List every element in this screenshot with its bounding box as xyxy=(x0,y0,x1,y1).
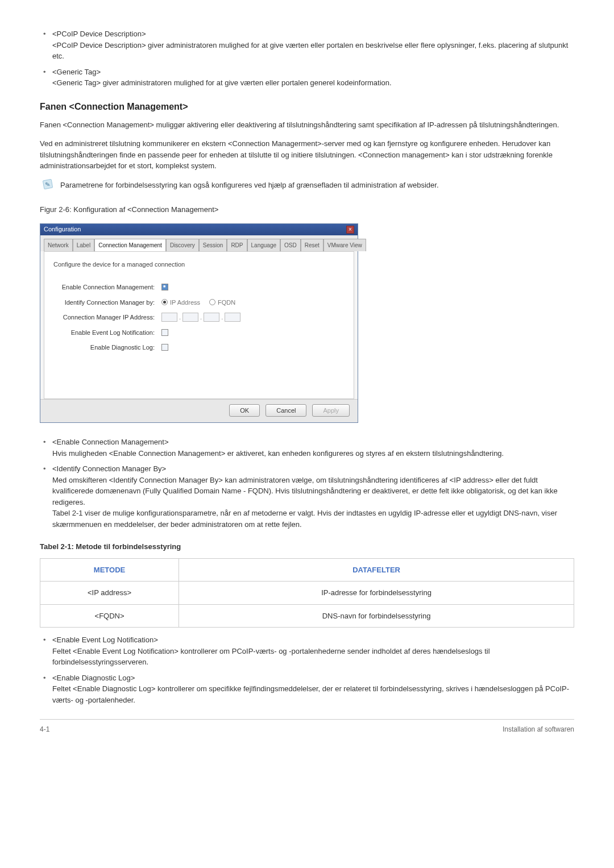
note-text: Parametrene for forbindelsesstyring kan … xyxy=(60,180,574,191)
table-cell: <FQDN> xyxy=(40,604,179,628)
list-item: <Generic Tag> <Generic Tag> giver admini… xyxy=(40,67,574,89)
tab-rdp[interactable]: RDP xyxy=(227,239,247,251)
cancel-button[interactable]: Cancel xyxy=(265,404,306,417)
item-title: <Enable Event Log Notification> xyxy=(52,634,574,646)
tab-label[interactable]: Label xyxy=(73,239,94,251)
config-window: Configuration × Network Label Connection… xyxy=(40,223,358,423)
window-titlebar: Configuration × xyxy=(40,224,358,235)
panel-description: Configure the device for a managed conne… xyxy=(53,260,345,269)
tab-discovery[interactable]: Discovery xyxy=(166,239,199,251)
pencil-icon: ✎ xyxy=(43,178,53,189)
item-title: <Enable Diagnostic Log> xyxy=(52,672,574,684)
ip-octet-input[interactable] xyxy=(182,313,198,322)
tab-language[interactable]: Language xyxy=(247,239,281,251)
config-panel: Configure the device for a managed conne… xyxy=(44,251,354,399)
list-item: <Enable Diagnostic Log> Feltet <Enable D… xyxy=(40,672,574,706)
table-header: METODE xyxy=(40,558,179,582)
tab-connection-management[interactable]: Connection Management xyxy=(94,239,166,251)
apply-button[interactable]: Apply xyxy=(312,404,350,417)
item-desc: Feltet <Enable Event Log Notification> k… xyxy=(52,646,574,668)
page-number: 4-1 xyxy=(40,724,49,734)
item-desc: Hvis muligheden <Enable Connection Manag… xyxy=(52,448,574,459)
field-label: Enable Event Log Notification: xyxy=(53,328,161,338)
ip-octet-input[interactable] xyxy=(204,313,219,322)
list-item: <Enable Event Log Notification> Feltet <… xyxy=(40,634,574,668)
field-label: Enable Connection Management: xyxy=(53,283,161,292)
field-label: Identify Connection Manager by: xyxy=(53,298,161,308)
list-item: <Identify Connection Manager By> Med oms… xyxy=(40,463,574,530)
paragraph: Fanen <Connection Management> muliggør a… xyxy=(40,119,574,131)
item-title: <Enable Connection Management> xyxy=(52,437,574,448)
window-title: Configuration xyxy=(44,225,81,234)
checkbox-enable-cm[interactable] xyxy=(161,284,168,290)
table-cell: IP-adresse for forbindelsesstyring xyxy=(179,582,574,605)
item-desc: Tabel 2-1 viser de mulige konfigurations… xyxy=(52,508,574,530)
tab-strip: Network Label Connection Management Disc… xyxy=(40,235,358,251)
row-cm-ip: Connection Manager IP Address: . . . xyxy=(53,313,345,322)
item-title: <Identify Connection Manager By> xyxy=(52,463,574,475)
ip-octet-input[interactable] xyxy=(161,313,177,322)
page-footer: 4-1 Installation af softwaren xyxy=(40,719,574,734)
table-title: Tabel 2-1: Metode til forbindelsesstyrin… xyxy=(40,541,574,553)
footer-title: Installation af softwaren xyxy=(503,724,574,734)
method-table: METODE DATAFELTER <IP address> IP-adress… xyxy=(40,558,574,628)
radio-label: IP Address xyxy=(170,298,200,308)
item-desc: Feltet <Enable Diagnostic Log> kontrolle… xyxy=(52,683,574,705)
checkbox-event-log[interactable] xyxy=(161,329,168,336)
item-title: <Generic Tag> xyxy=(52,67,574,78)
field-label: Connection Manager IP Address: xyxy=(53,313,161,322)
item-desc: <PCoIP Device Description> giver adminis… xyxy=(52,40,574,62)
figure-caption: Figur 2-6: Konfiguration af <Connection … xyxy=(40,204,574,215)
row-identify: Identify Connection Manager by: IP Addre… xyxy=(53,298,345,308)
tab-network[interactable]: Network xyxy=(44,239,73,251)
row-event-log: Enable Event Log Notification: xyxy=(53,328,345,338)
tab-osd[interactable]: OSD xyxy=(280,239,301,251)
dialog-footer: OK Cancel Apply xyxy=(40,399,358,423)
top-bullet-list: <PCoIP Device Description> <PCoIP Device… xyxy=(40,28,574,89)
ok-button[interactable]: OK xyxy=(229,404,260,417)
bottom-bullet-list: <Enable Event Log Notification> Feltet <… xyxy=(40,634,574,705)
mid-bullet-list: <Enable Connection Management> Hvis muli… xyxy=(40,437,574,530)
item-title: <PCoIP Device Description> xyxy=(52,28,574,40)
radio-label: FQDN xyxy=(218,298,235,308)
ip-address-input[interactable]: . . . xyxy=(161,313,240,322)
row-diagnostic-log: Enable Diagnostic Log: xyxy=(53,343,345,352)
item-desc: Med omskifteren <Identify Connection Man… xyxy=(52,475,574,508)
table-header: DATAFELTER xyxy=(179,558,574,582)
section-heading: Fanen <Connection Management> xyxy=(40,100,574,114)
table-cell: <IP address> xyxy=(40,582,179,605)
table-row: <FQDN> DNS-navn for forbindelsesstyring xyxy=(40,604,574,628)
close-icon[interactable]: × xyxy=(346,226,354,234)
table-cell: DNS-navn for forbindelsesstyring xyxy=(179,604,574,628)
tab-vmware-view[interactable]: VMware View xyxy=(323,239,366,251)
radio-fqdn[interactable] xyxy=(209,299,215,305)
tab-reset[interactable]: Reset xyxy=(301,239,323,251)
row-enable-cm: Enable Connection Management: xyxy=(53,283,345,292)
list-item: <PCoIP Device Description> <PCoIP Device… xyxy=(40,28,574,62)
note-callout: ✎ Parametrene for forbindelsesstyring ka… xyxy=(40,180,574,191)
radio-ip-address[interactable] xyxy=(161,299,168,305)
paragraph: Ved en administreret tilslutning kommuni… xyxy=(40,138,574,172)
tab-session[interactable]: Session xyxy=(199,239,227,251)
ip-octet-input[interactable] xyxy=(225,313,240,322)
checkbox-diagnostic-log[interactable] xyxy=(161,344,168,351)
list-item: <Enable Connection Management> Hvis muli… xyxy=(40,437,574,459)
table-row: <IP address> IP-adresse for forbindelses… xyxy=(40,582,574,605)
item-desc: <Generic Tag> giver administratoren muli… xyxy=(52,77,574,89)
field-label: Enable Diagnostic Log: xyxy=(53,343,161,352)
